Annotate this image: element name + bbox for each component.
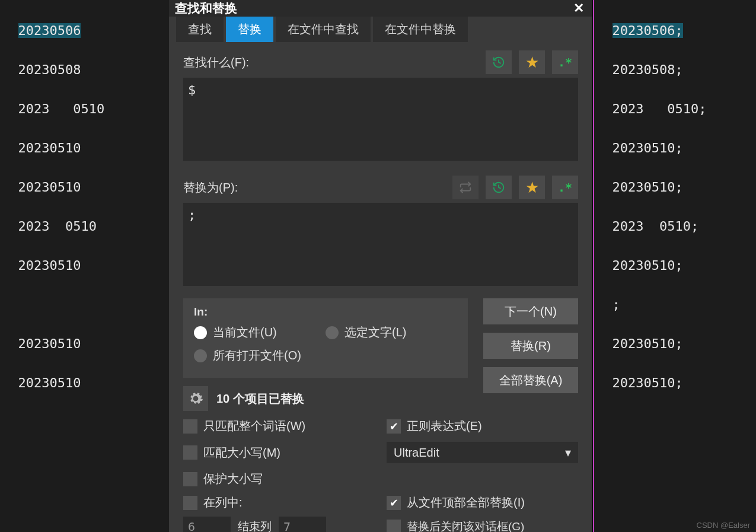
editor-line[interactable]: 20230508; [613, 62, 683, 77]
tab-replace-in-files[interactable]: 在文件中替换 [373, 17, 468, 42]
replace-all-button[interactable]: 全部替换(A) [483, 367, 578, 393]
dialog-title: 查找和替换 [175, 0, 237, 17]
right-editor-pane[interactable]: 20230506; 20230508; 2023 0510; 20230510;… [593, 0, 756, 532]
radio-current-file[interactable]: 当前文件(U) [194, 324, 326, 340]
find-label: 查找什么(F): [183, 55, 479, 71]
editor-line[interactable]: 20230510; [613, 180, 683, 195]
editor-line[interactable]: 20230510; [613, 375, 683, 390]
history-icon[interactable] [486, 176, 512, 199]
editor-line[interactable]: 20230510 [18, 375, 81, 390]
radio-dot [194, 349, 207, 362]
radio-dot [326, 326, 339, 339]
editor-line[interactable]: 20230510 [18, 180, 81, 195]
tab-replace[interactable]: 替换 [226, 17, 273, 42]
editor-line[interactable]: 20230506; [613, 23, 683, 38]
chk-replace-from-top[interactable]: 从文件顶部全部替换(I) [387, 495, 578, 511]
regex-icon[interactable]: .* [552, 50, 578, 74]
tab-bar: 查找 替换 在文件中查找 在文件中替换 [169, 17, 592, 42]
editor-line[interactable]: ; [613, 297, 620, 312]
col-end-label: 结束列 [238, 519, 272, 532]
chk-preserve-case[interactable]: 保护大小写 [183, 471, 375, 487]
col-end-input[interactable] [279, 517, 326, 532]
find-replace-dialog: 查找和替换 ✕ 查找 替换 在文件中查找 在文件中替换 查找什么(F): ★ .… [169, 0, 593, 532]
scope-title: In: [194, 305, 457, 318]
left-editor-pane[interactable]: 20230506 20230508 2023 0510 20230510 202… [0, 0, 169, 532]
chk-in-column[interactable]: 在列中: [183, 495, 375, 511]
replace-input[interactable] [183, 203, 578, 286]
editor-line[interactable]: 20230510; [613, 258, 683, 273]
chk-regex[interactable]: 正则表达式(E) [387, 418, 578, 434]
dialog-titlebar[interactable]: 查找和替换 ✕ [169, 0, 592, 17]
regex-icon[interactable]: .* [552, 176, 578, 199]
star-icon[interactable]: ★ [519, 176, 545, 199]
editor-line[interactable]: 2023 0510; [613, 219, 699, 234]
tab-find-in-files[interactable]: 在文件中查找 [276, 17, 371, 42]
scope-block: In: 当前文件(U) 选定文字(L) 所有打开文件(O) [183, 298, 468, 378]
editor-line[interactable]: 20230510; [613, 336, 683, 351]
editor-line[interactable]: 2023 0510 [18, 219, 97, 234]
editor-line[interactable]: 20230510 [18, 141, 81, 155]
editor-line[interactable]: 20230510; [613, 141, 683, 155]
col-start-input[interactable] [183, 517, 231, 532]
editor-line[interactable]: 2023 0510 [18, 101, 105, 116]
radio-dot [194, 326, 207, 339]
chk-match-case[interactable]: 匹配大小写(M) [183, 442, 375, 463]
swap-icon[interactable] [452, 176, 479, 199]
replace-button[interactable]: 替换(R) [483, 333, 578, 359]
chevron-down-icon: ▾ [565, 445, 571, 460]
replace-label: 替换为(P): [183, 180, 445, 196]
radio-selected-text[interactable]: 选定文字(L) [326, 324, 457, 340]
find-input[interactable] [183, 78, 578, 161]
tab-find[interactable]: 查找 [176, 17, 224, 42]
chk-whole-word[interactable]: 只匹配整个词语(W) [183, 418, 375, 434]
editor-line[interactable]: 2023 0510; [613, 101, 707, 116]
watermark: CSDN @Ealser [697, 521, 751, 530]
star-icon[interactable]: ★ [519, 50, 545, 74]
close-icon[interactable]: ✕ [571, 1, 586, 16]
editor-line[interactable]: 20230510 [18, 258, 81, 273]
radio-all-open-files[interactable]: 所有打开文件(O) [194, 348, 326, 364]
chk-close-after[interactable]: 替换后关闭该对话框(G) [387, 517, 578, 532]
editor-line[interactable]: 20230508 [18, 62, 81, 77]
history-icon[interactable] [486, 50, 512, 74]
gear-icon[interactable] [183, 386, 208, 411]
editor-line[interactable]: 20230510 [18, 336, 81, 351]
next-button[interactable]: 下一个(N) [483, 298, 578, 324]
status-text: 10 个项目已替换 [216, 391, 304, 407]
regex-engine-select[interactable]: UltraEdit ▾ [387, 442, 578, 463]
editor-line[interactable]: 20230506 [18, 23, 81, 38]
